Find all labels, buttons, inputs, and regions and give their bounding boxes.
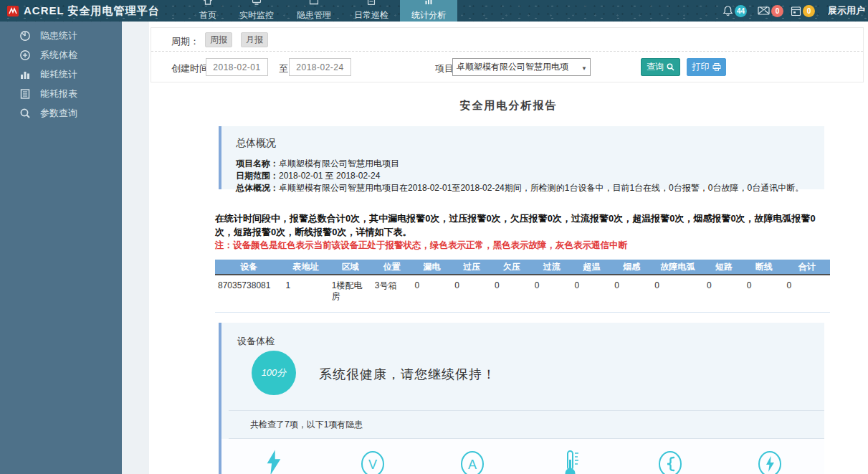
table-header-cell: 超温: [572, 260, 612, 275]
nav-item-statistics-analysis[interactable]: 统计分析: [400, 0, 457, 22]
user-name[interactable]: 展示用户: [828, 4, 868, 17]
table-cell: 0: [744, 275, 784, 313]
device-id-cell[interactable]: 87035738081: [215, 275, 282, 313]
monthly-report-button[interactable]: 月报: [241, 32, 268, 47]
app-title: ACREL 安全用电管理平台: [24, 4, 160, 18]
brand-logo-icon: [7, 6, 19, 16]
message-count-badge[interactable]: 0: [771, 5, 783, 17]
envelope-icon[interactable]: [758, 6, 770, 16]
plus-circle-icon: [19, 49, 31, 61]
svg-text:V: V: [368, 458, 377, 472]
health-message: 系统很健康，请您继续保持！: [319, 366, 496, 383]
nav-item-realtime-monitor[interactable]: 实时监控: [228, 0, 285, 22]
sidebar-item-energy-stats[interactable]: 能耗统计: [0, 65, 122, 84]
nav-item-label: 统计分析: [411, 10, 446, 20]
sidebar-item-system-check[interactable]: 系统体检: [0, 45, 122, 65]
health-heading: 设备体检: [221, 323, 824, 348]
chart-icon: [424, 0, 433, 7]
table-cell: 0: [492, 275, 532, 313]
overview-label: 日期范围：: [236, 171, 279, 181]
table-header-cell: 表地址: [282, 260, 328, 275]
divider: [229, 410, 824, 411]
table-header-cell: 故障电弧: [652, 260, 704, 275]
print-button-label: 打印: [692, 61, 710, 73]
top-navbar: ACREL 安全用电管理平台 首页 实时监控 隐患管理 日常巡检 统计分析 44…: [0, 0, 868, 22]
printer-icon: [712, 63, 721, 71]
alarm-table: 设备 表地址 区域 位置 漏电 过压 欠压 过流 超温 烟感 故障电弧 短路 断…: [215, 260, 830, 313]
period-label: 周期：: [171, 35, 199, 48]
sidebar: 隐患统计 系统体检 能耗统计 能耗报表 参数查询: [0, 22, 122, 474]
date-to-input[interactable]: [289, 58, 351, 76]
table-header-cell: 烟感: [611, 260, 652, 275]
project-label: 项目: [435, 62, 454, 75]
search-icon: [19, 108, 31, 119]
table-cell: 0: [704, 275, 744, 313]
navbar-status-area: 44 0 0 展示用户: [722, 0, 868, 22]
nav-item-daily-inspection[interactable]: 日常巡检: [343, 0, 400, 22]
to-label: 至: [279, 62, 288, 75]
table-header-cell: 过流: [532, 260, 572, 275]
calendar-icon[interactable]: [791, 6, 801, 16]
overview-value: 卓顺塑模有限公司智慧用电项目: [279, 158, 399, 169]
alarm-summary: 在统计时间段中，报警总数合计0次，其中漏电报警0次，过压报警0次，欠压报警0次，…: [215, 212, 830, 240]
bell-icon[interactable]: [722, 5, 733, 16]
overview-row-project: 项目名称：卓顺塑模有限公司智慧用电项目: [236, 158, 810, 170]
create-time-label: 创建时间: [171, 62, 209, 75]
monitor-icon: [252, 0, 262, 7]
table-cell: 0: [412, 275, 452, 313]
clipboard-icon: [368, 0, 376, 7]
alarm-count-badge[interactable]: 44: [735, 5, 747, 17]
table-cell: 0: [652, 275, 704, 313]
table-cell: 1楼配电房: [329, 275, 372, 313]
todo-count-badge[interactable]: 0: [803, 5, 815, 17]
nav-item-home[interactable]: 首页: [188, 0, 228, 22]
smoke-icon: [656, 450, 685, 474]
sidebar-item-energy-report[interactable]: 能耗报表: [0, 84, 122, 103]
table-cell: 0: [572, 275, 612, 313]
sidebar-item-label: 能耗统计: [40, 68, 77, 81]
pie-chart-icon: [19, 30, 31, 42]
print-button[interactable]: 打印: [687, 58, 726, 76]
table-header-cell: 欠压: [492, 260, 532, 275]
project-select[interactable]: 卓顺塑模有限公司智慧用电项 ▼: [452, 58, 591, 76]
overview-value: 2018-02-01 至 2018-02-24: [279, 171, 380, 181]
current-icon: A: [458, 450, 487, 474]
brand: ACREL 安全用电管理平台: [0, 0, 188, 22]
main-nav: 首页 实时监控 隐患管理 日常巡检 统计分析: [188, 0, 457, 22]
weekly-report-button[interactable]: 周报: [205, 32, 232, 47]
table-cell: 0: [611, 275, 652, 313]
report-icon: [19, 88, 31, 100]
sidebar-item-label: 系统体检: [40, 49, 77, 62]
health-panel: 设备体检 100分 系统很健康，请您继续保持！ 共检查了7项，以下1项有隐患 V…: [219, 323, 824, 474]
table-header-cell: 漏电: [412, 260, 452, 275]
table-cell: 3号箱: [372, 275, 412, 313]
sidebar-item-param-query[interactable]: 参数查询: [0, 103, 122, 123]
nav-item-hazard-management[interactable]: 隐患管理: [285, 0, 343, 22]
report-title: 安全用电分析报告: [149, 99, 868, 113]
period-row: 周期： 周报 月报: [151, 28, 863, 52]
overview-value: 卓顺塑模有限公司智慧用电项目在2018-02-01至2018-02-24期间，所…: [279, 183, 803, 193]
sidebar-item-label: 参数查询: [40, 107, 77, 120]
main-content: 周期： 周报 月报 创建时间 至 项目 卓顺塑模有限公司智慧用电项 ▼ 查询 打…: [149, 22, 868, 474]
health-score-circle: 100分: [252, 351, 296, 395]
date-from-input[interactable]: [206, 58, 268, 76]
bar-chart-icon: [19, 69, 31, 80]
search-icon: [667, 63, 674, 71]
overview-panel: 总体概况 项目名称：卓顺塑模有限公司智慧用电项目 日期范围：2018-02-01…: [219, 126, 824, 189]
table-header-row: 设备 表地址 区域 位置 漏电 过压 欠压 过流 超温 烟感 故障电弧 短路 断…: [215, 260, 830, 275]
table-header-cell: 位置: [372, 260, 412, 275]
query-button[interactable]: 查询: [641, 58, 680, 76]
table-row: 87035738081 1 1楼配电房 3号箱 0 0 0 0 0 0 0 0 …: [215, 275, 830, 313]
table-header-cell: 设备: [215, 260, 282, 275]
chevron-down-icon: ▼: [581, 65, 587, 72]
svg-text:A: A: [468, 458, 477, 472]
lightning-icon: [259, 450, 288, 474]
table-header-cell: 过压: [452, 260, 492, 275]
home-icon: [204, 0, 212, 7]
query-button-label: 查询: [647, 61, 664, 73]
sidebar-item-hazard-stats[interactable]: 隐患统计: [0, 26, 122, 45]
overview-row-daterange: 日期范围：2018-02-01 至 2018-02-24: [236, 170, 810, 182]
arc-fault-icon: [755, 450, 784, 474]
sidebar-item-label: 隐患统计: [40, 29, 77, 42]
health-score: 100分: [262, 366, 287, 379]
